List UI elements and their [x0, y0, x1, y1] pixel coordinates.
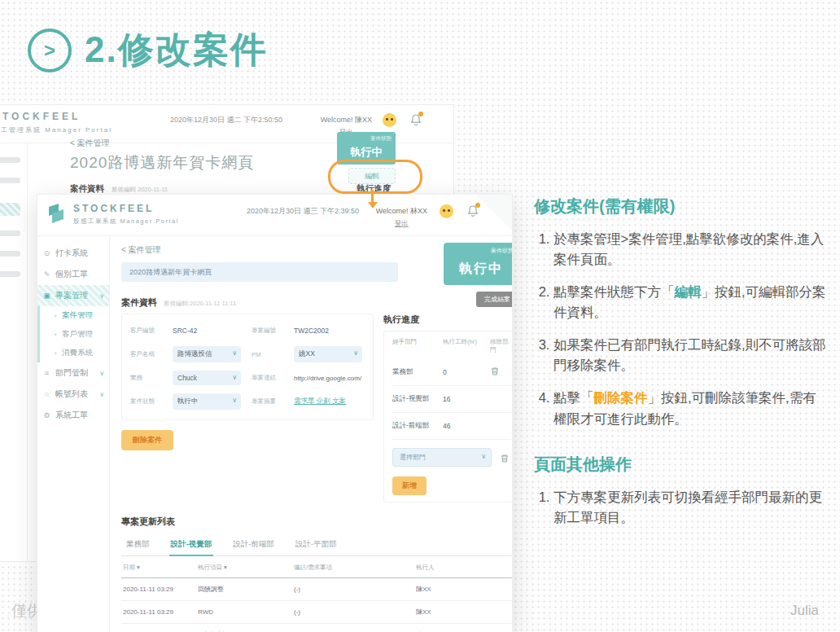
progress-row: 設計-前端部 46 — [392, 413, 511, 440]
field-value[interactable]: http://drive.google.com/ — [294, 375, 362, 382]
fg-bell-icon[interactable] — [466, 204, 479, 219]
bg-avatar-emoji[interactable] — [383, 113, 396, 127]
fg-avatar-emoji[interactable] — [440, 204, 453, 218]
instruction-highlight: 刪除案件 — [594, 390, 648, 405]
form-field: 專案連結 http://drive.google.com/ — [252, 370, 365, 386]
field-value[interactable]: 姚XX — [294, 346, 362, 362]
instruction-text: 於專案管理>案件管理,點擊欲修改的案件,進入案件頁面。 — [553, 231, 824, 266]
field-value[interactable]: Chuck — [173, 371, 241, 385]
sidebar-item-icon: ≡ — [42, 369, 51, 377]
department-select[interactable]: 選擇部門 — [392, 448, 492, 467]
bg-brand-subtitle: 員工管理系統 Manager Portal — [0, 125, 112, 134]
bg-section-case-info-title: 案件資料 — [70, 183, 104, 193]
progress-header-remove: 移除部門 — [490, 338, 511, 354]
sidebar-item[interactable]: ≡ 部門管制 ∨ — [37, 362, 109, 384]
bg-sidebar-item-skeleton[interactable] — [0, 271, 20, 277]
fg-welcome-text: Welcome! 林XX 登出 — [376, 206, 427, 229]
updates-column-header[interactable]: 日期▾ — [123, 564, 198, 572]
progress-header-hours: 執行工時(hr) — [443, 338, 490, 354]
field-value[interactable]: 執行中 — [173, 393, 241, 410]
updates-title: 專案更新列表 — [121, 516, 513, 528]
bg-sidebar-sliver — [0, 143, 28, 561]
sidebar-item[interactable]: ▣ 專案管理 ∨ — [37, 285, 109, 306]
progress-dept: 設計-前端部 — [392, 421, 443, 431]
fg-notification-dot — [475, 203, 480, 208]
fg-logout-link[interactable]: 登出 — [376, 219, 427, 229]
foreground-screenshot: STOCKFEEL 股感工單系統 Manager Portal 2020年12月… — [37, 194, 513, 632]
progress-card: 經手部門 執行工時(hr) 移除部門 業務部 0 — [383, 331, 513, 503]
case-name-input[interactable]: 2020路博邁新年賀卡網頁 — [121, 262, 398, 282]
header-decoration — [476, 195, 512, 230]
sidebar-item-icon: ⚙ — [42, 411, 51, 419]
update-person: 陳XX — [416, 608, 513, 617]
bg-section-case-info-edited: 最後編輯 2020-11-11 — [112, 186, 168, 193]
field-label: 專案編號 — [252, 327, 289, 335]
bg-sidebar-item-skeleton[interactable] — [0, 178, 20, 183]
bg-sidebar-item-skeleton[interactable] — [0, 230, 20, 236]
sidebar-item[interactable]: • 消費系統 — [37, 344, 109, 362]
updates-column-label: 備註/需求事項 — [294, 564, 332, 571]
sidebar-item[interactable]: • 案件管理 — [37, 306, 109, 325]
updates-column-header[interactable]: 執行人 — [416, 564, 513, 572]
sidebar-item[interactable]: ✎ 個別工單 — [37, 264, 109, 285]
sidebar-item[interactable]: ☆ 帳號列表 ∨ — [37, 384, 109, 405]
bg-sidebar-item-active-skeleton[interactable] — [0, 203, 20, 216]
updates-column-label: 執行項目 — [198, 564, 222, 571]
field-value[interactable]: 路博邁投信 — [173, 346, 241, 362]
sidebar-item[interactable]: ⚙ 系統工單 — [37, 405, 109, 426]
instruction-item: 點擊「刪除案件」按鈕,可刪除該筆案件,需有權限才可進行此動作。 — [553, 388, 827, 428]
bg-datetime: 2020年12月30日 週二 下午2:50:50 — [170, 115, 282, 125]
update-date: 2020-11-11 03:29 — [123, 608, 198, 616]
department-tab[interactable]: 業務部 — [125, 536, 151, 555]
progress-column: 執行進度 經手部門 執行工時(hr) 移除部門 — [383, 314, 513, 503]
sidebar-item-icon: ⊙ — [42, 249, 51, 257]
chevron-down-icon: ∨ — [99, 292, 104, 300]
field-label: 客戶名稱 — [130, 350, 168, 358]
page: > 2.修改案件 STOCKFEEL 員工管理系統 Manager Portal… — [0, 0, 840, 632]
table-row: 2020-11-11 03:29 目標規劃 (-) 陳XX — [121, 624, 513, 632]
form-field: 專案編號 TW2C2002 — [252, 323, 365, 339]
annotation-highlight-ring — [328, 160, 422, 194]
updates-column-header[interactable]: 執行項目▾ — [198, 564, 294, 572]
trash-icon[interactable] — [490, 366, 501, 378]
case-info-card: 客戶編號 SRC-42 客戶名稱 路博邁投信 — [121, 314, 374, 420]
update-item: RWD — [198, 608, 294, 616]
case-info-title: 案件資料 — [121, 296, 157, 309]
case-info-fields-right: 專案編號 TW2C2002 PM 姚XX — [252, 323, 365, 410]
bg-breadcrumb[interactable]: < 案件管理 — [70, 138, 110, 149]
sidebar-item-label: 案件管理 — [62, 310, 93, 321]
sidebar-item[interactable]: • 客戶管理 — [37, 325, 109, 344]
sidebar-item[interactable]: ⊙ 打卡系統 — [37, 243, 109, 264]
field-value[interactable]: 需求單 企劃 文案 — [294, 397, 346, 406]
progress-hours: 16 — [443, 395, 490, 403]
trash-icon[interactable] — [500, 452, 511, 463]
sidebar-item-icon: ✎ — [42, 270, 51, 279]
sidebar-item-label: 專案管理 — [55, 290, 88, 301]
updates-column-header[interactable]: 備註/需求事項 — [294, 564, 416, 572]
bg-sidebar-item-skeleton[interactable] — [0, 157, 20, 163]
department-tab[interactable]: 設計-平面部 — [294, 536, 339, 555]
bg-bell-icon[interactable] — [409, 113, 422, 128]
sidebar-item-icon: • — [53, 349, 58, 358]
department-tab[interactable]: 設計-視覺部 — [169, 536, 214, 556]
progress-row: 設計-視覺部 16 — [392, 386, 511, 413]
finish-case-button[interactable]: 完成結案 — [476, 292, 513, 307]
fg-main: < 案件管理 2020路博邁新年賀卡網頁 案件狀態 執行中 完成結案 案件資料 … — [110, 236, 513, 632]
progress-row: 業務部 0 — [392, 359, 511, 386]
fg-datetime: 2020年12月30日 週三 下午2:39:50 — [247, 206, 359, 217]
updates-table-header: 日期▾ 執行項目▾ 備註/需求事項 執行人 — [121, 558, 513, 578]
field-value[interactable]: TW2C2002 — [294, 327, 329, 335]
bg-section-case-info: 案件資料 最後編輯 2020-11-11 — [70, 183, 168, 195]
add-department-button[interactable]: 新增 — [392, 476, 427, 495]
delete-case-button[interactable]: 刪除案件 — [121, 430, 173, 450]
case-info-edited: 最後編輯:2020-11-11 11:11 — [164, 300, 236, 308]
circle-arrow-icon: > — [28, 29, 72, 72]
progress-hours: 46 — [443, 422, 490, 430]
fg-brand-name: STOCKFEEL — [73, 203, 154, 214]
field-label: 專案摘要 — [252, 397, 289, 406]
field-value[interactable]: SRC-42 — [173, 327, 197, 335]
field-label: PM — [252, 351, 289, 358]
case-info-title-row: 案件資料 最後編輯:2020-11-11 11:11 — [121, 296, 513, 309]
bg-sidebar-item-skeleton[interactable] — [0, 251, 20, 257]
department-tab[interactable]: 設計-前端部 — [231, 536, 276, 555]
